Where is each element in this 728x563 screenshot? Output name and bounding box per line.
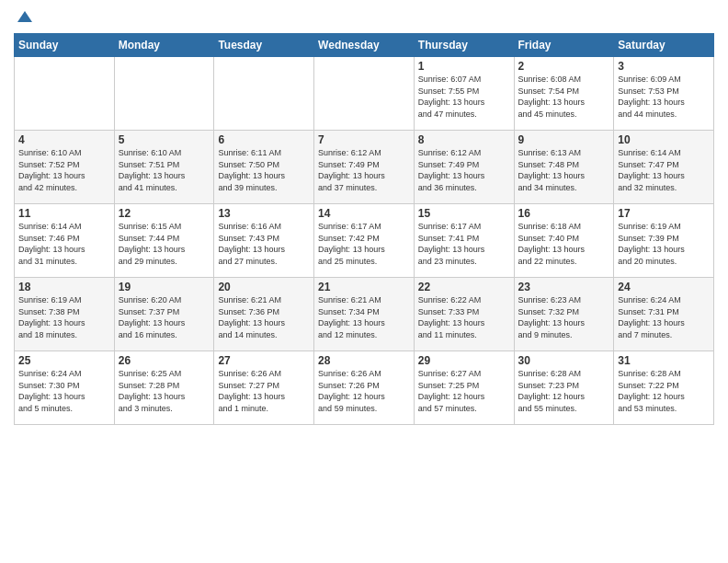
day-info: Sunrise: 6:12 AM Sunset: 7:49 PM Dayligh… [318, 147, 410, 193]
column-header-thursday: Thursday [414, 34, 514, 57]
day-info: Sunrise: 6:10 AM Sunset: 7:52 PM Dayligh… [18, 147, 110, 193]
svg-marker-0 [17, 11, 32, 22]
day-number: 7 [318, 133, 410, 146]
day-info: Sunrise: 6:26 AM Sunset: 7:26 PM Dayligh… [318, 368, 410, 414]
day-number: 5 [119, 133, 210, 146]
day-cell: 3Sunrise: 6:09 AM Sunset: 7:53 PM Daylig… [614, 57, 714, 131]
day-cell: 22Sunrise: 6:22 AM Sunset: 7:33 PM Dayli… [414, 278, 514, 351]
day-cell [214, 57, 314, 131]
day-number: 27 [218, 354, 310, 367]
day-number: 31 [618, 354, 710, 367]
day-info: Sunrise: 6:15 AM Sunset: 7:44 PM Dayligh… [119, 221, 210, 267]
day-info: Sunrise: 6:14 AM Sunset: 7:46 PM Dayligh… [18, 221, 110, 267]
day-info: Sunrise: 6:21 AM Sunset: 7:34 PM Dayligh… [318, 294, 410, 340]
day-number: 20 [218, 281, 310, 293]
day-info: Sunrise: 6:19 AM Sunset: 7:38 PM Dayligh… [18, 294, 110, 340]
week-row-5: 25Sunrise: 6:24 AM Sunset: 7:30 PM Dayli… [15, 351, 714, 425]
column-header-friday: Friday [514, 34, 614, 57]
day-number: 19 [119, 281, 210, 293]
day-number: 13 [218, 207, 310, 220]
day-info: Sunrise: 6:25 AM Sunset: 7:28 PM Dayligh… [119, 368, 210, 414]
day-number: 21 [318, 281, 410, 293]
day-number: 25 [18, 354, 110, 367]
day-cell: 15Sunrise: 6:17 AM Sunset: 7:41 PM Dayli… [414, 204, 514, 278]
day-cell: 18Sunrise: 6:19 AM Sunset: 7:38 PM Dayli… [15, 278, 115, 351]
day-number: 3 [618, 60, 710, 73]
day-cell: 4Sunrise: 6:10 AM Sunset: 7:52 PM Daylig… [15, 131, 115, 204]
day-number: 4 [18, 133, 110, 146]
day-number: 16 [518, 207, 610, 220]
day-info: Sunrise: 6:24 AM Sunset: 7:31 PM Dayligh… [618, 294, 710, 340]
day-cell: 28Sunrise: 6:26 AM Sunset: 7:26 PM Dayli… [314, 351, 415, 425]
day-number: 1 [418, 60, 510, 73]
day-number: 2 [518, 60, 610, 73]
day-cell: 19Sunrise: 6:20 AM Sunset: 7:37 PM Dayli… [114, 278, 214, 351]
day-cell [114, 57, 214, 131]
day-cell: 29Sunrise: 6:27 AM Sunset: 7:25 PM Dayli… [414, 351, 514, 425]
day-info: Sunrise: 6:08 AM Sunset: 7:54 PM Dayligh… [518, 74, 610, 120]
day-cell: 27Sunrise: 6:26 AM Sunset: 7:27 PM Dayli… [214, 351, 314, 425]
day-info: Sunrise: 6:17 AM Sunset: 7:41 PM Dayligh… [418, 221, 510, 267]
day-number: 6 [218, 133, 310, 146]
day-info: Sunrise: 6:26 AM Sunset: 7:27 PM Dayligh… [218, 368, 310, 414]
day-cell: 24Sunrise: 6:24 AM Sunset: 7:31 PM Dayli… [614, 278, 714, 351]
day-info: Sunrise: 6:24 AM Sunset: 7:30 PM Dayligh… [18, 368, 110, 414]
week-row-4: 18Sunrise: 6:19 AM Sunset: 7:38 PM Dayli… [15, 278, 714, 351]
day-info: Sunrise: 6:20 AM Sunset: 7:37 PM Dayligh… [119, 294, 210, 340]
day-cell: 23Sunrise: 6:23 AM Sunset: 7:32 PM Dayli… [514, 278, 614, 351]
day-cell: 8Sunrise: 6:12 AM Sunset: 7:49 PM Daylig… [414, 131, 514, 204]
page: SundayMondayTuesdayWednesdayThursdayFrid… [0, 0, 728, 563]
day-cell: 14Sunrise: 6:17 AM Sunset: 7:42 PM Dayli… [314, 204, 415, 278]
day-info: Sunrise: 6:22 AM Sunset: 7:33 PM Dayligh… [418, 294, 510, 340]
day-cell: 20Sunrise: 6:21 AM Sunset: 7:36 PM Dayli… [214, 278, 314, 351]
day-cell: 25Sunrise: 6:24 AM Sunset: 7:30 PM Dayli… [15, 351, 115, 425]
column-header-tuesday: Tuesday [214, 34, 314, 57]
day-number: 9 [518, 133, 610, 146]
day-number: 14 [318, 207, 410, 220]
column-header-sunday: Sunday [15, 34, 115, 57]
header [14, 9, 714, 28]
day-info: Sunrise: 6:07 AM Sunset: 7:55 PM Dayligh… [418, 74, 510, 120]
day-cell: 11Sunrise: 6:14 AM Sunset: 7:46 PM Dayli… [15, 204, 115, 278]
week-row-3: 11Sunrise: 6:14 AM Sunset: 7:46 PM Dayli… [15, 204, 714, 278]
logo [14, 9, 34, 28]
day-info: Sunrise: 6:12 AM Sunset: 7:49 PM Dayligh… [418, 147, 510, 193]
header-row: SundayMondayTuesdayWednesdayThursdayFrid… [15, 34, 714, 57]
day-number: 17 [618, 207, 710, 220]
day-cell: 17Sunrise: 6:19 AM Sunset: 7:39 PM Dayli… [614, 204, 714, 278]
day-info: Sunrise: 6:10 AM Sunset: 7:51 PM Dayligh… [119, 147, 210, 193]
day-cell: 9Sunrise: 6:13 AM Sunset: 7:48 PM Daylig… [514, 131, 614, 204]
day-number: 10 [618, 133, 710, 146]
day-info: Sunrise: 6:18 AM Sunset: 7:40 PM Dayligh… [518, 221, 610, 267]
day-cell: 16Sunrise: 6:18 AM Sunset: 7:40 PM Dayli… [514, 204, 614, 278]
day-cell: 13Sunrise: 6:16 AM Sunset: 7:43 PM Dayli… [214, 204, 314, 278]
column-header-monday: Monday [114, 34, 214, 57]
day-number: 12 [119, 207, 210, 220]
week-row-1: 1Sunrise: 6:07 AM Sunset: 7:55 PM Daylig… [15, 57, 714, 131]
day-info: Sunrise: 6:21 AM Sunset: 7:36 PM Dayligh… [218, 294, 310, 340]
day-number: 22 [418, 281, 510, 293]
day-cell: 7Sunrise: 6:12 AM Sunset: 7:49 PM Daylig… [314, 131, 415, 204]
day-info: Sunrise: 6:11 AM Sunset: 7:50 PM Dayligh… [218, 147, 310, 193]
day-cell: 31Sunrise: 6:28 AM Sunset: 7:22 PM Dayli… [614, 351, 714, 425]
day-cell: 2Sunrise: 6:08 AM Sunset: 7:54 PM Daylig… [514, 57, 614, 131]
day-cell: 21Sunrise: 6:21 AM Sunset: 7:34 PM Dayli… [314, 278, 415, 351]
day-info: Sunrise: 6:28 AM Sunset: 7:23 PM Dayligh… [518, 368, 610, 414]
day-number: 15 [418, 207, 510, 220]
day-number: 30 [518, 354, 610, 367]
day-number: 23 [518, 281, 610, 293]
day-number: 29 [418, 354, 510, 367]
week-row-2: 4Sunrise: 6:10 AM Sunset: 7:52 PM Daylig… [15, 131, 714, 204]
day-info: Sunrise: 6:19 AM Sunset: 7:39 PM Dayligh… [618, 221, 710, 267]
day-cell: 10Sunrise: 6:14 AM Sunset: 7:47 PM Dayli… [614, 131, 714, 204]
column-header-saturday: Saturday [614, 34, 714, 57]
day-info: Sunrise: 6:23 AM Sunset: 7:32 PM Dayligh… [518, 294, 610, 340]
day-cell [314, 57, 415, 131]
logo-icon [16, 9, 34, 28]
day-cell: 26Sunrise: 6:25 AM Sunset: 7:28 PM Dayli… [114, 351, 214, 425]
calendar: SundayMondayTuesdayWednesdayThursdayFrid… [14, 33, 714, 425]
day-info: Sunrise: 6:16 AM Sunset: 7:43 PM Dayligh… [218, 221, 310, 267]
day-number: 11 [18, 207, 110, 220]
day-number: 18 [18, 281, 110, 293]
day-cell: 30Sunrise: 6:28 AM Sunset: 7:23 PM Dayli… [514, 351, 614, 425]
